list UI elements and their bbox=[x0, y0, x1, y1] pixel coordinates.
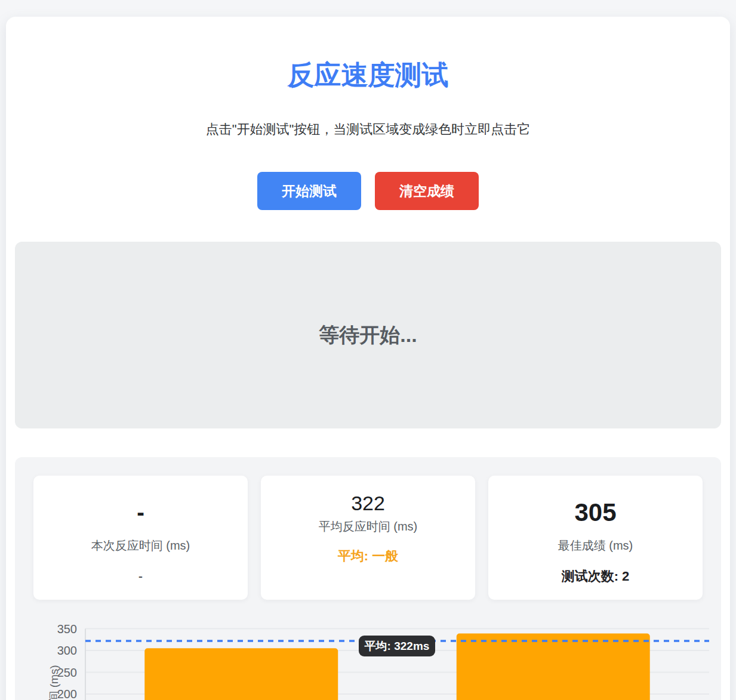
svg-text:平均: 322ms: 平均: 322ms bbox=[365, 640, 430, 652]
svg-text:反应时间 (ms): 反应时间 (ms) bbox=[48, 665, 60, 700]
stat-card-best-score: 305 最佳成绩 (ms) 测试次数: 2 bbox=[488, 476, 703, 600]
current-time-extra: - bbox=[138, 566, 143, 587]
page: 反应速度测试 点击"开始测试"按钮，当测试区域变成绿色时立即点击它 开始测试 清… bbox=[0, 0, 736, 700]
reaction-time-chart-svg: 350300250200反应时间 (ms)平均: 322ms bbox=[15, 621, 721, 700]
average-time-value: 322 bbox=[351, 491, 385, 515]
main-card: 反应速度测试 点击"开始测试"按钮，当测试区域变成绿色时立即点击它 开始测试 清… bbox=[6, 17, 730, 700]
current-time-label: 本次反应时间 (ms) bbox=[91, 535, 190, 556]
page-title: 反应速度测试 bbox=[6, 61, 730, 90]
reaction-time-chart: 350300250200反应时间 (ms)平均: 322ms bbox=[15, 621, 721, 700]
best-score-value: 305 bbox=[574, 497, 616, 528]
test-count: 测试次数: 2 bbox=[562, 566, 630, 587]
button-row: 开始测试 清空成绩 bbox=[6, 172, 730, 210]
start-test-button[interactable]: 开始测试 bbox=[257, 172, 361, 210]
stat-card-current-time: - 本次反应时间 (ms) - bbox=[33, 476, 248, 600]
average-time-label: 平均反应时间 (ms) bbox=[319, 516, 418, 536]
stats-cards-row: - 本次反应时间 (ms) - 322 平均反应时间 (ms) 平均: 一般 3… bbox=[33, 476, 703, 600]
svg-text:300: 300 bbox=[57, 644, 77, 657]
current-time-value: - bbox=[137, 497, 144, 528]
test-area[interactable]: 等待开始... bbox=[15, 242, 721, 428]
svg-text:350: 350 bbox=[57, 622, 77, 636]
best-score-label: 最佳成绩 (ms) bbox=[558, 535, 633, 556]
stats-panel: - 本次反应时间 (ms) - 322 平均反应时间 (ms) 平均: 一般 3… bbox=[15, 457, 721, 700]
clear-scores-button[interactable]: 清空成绩 bbox=[375, 172, 479, 210]
stat-card-average-time: 322 平均反应时间 (ms) 平均: 一般 bbox=[261, 476, 475, 600]
test-area-status: 等待开始... bbox=[319, 322, 417, 349]
page-subtitle: 点击"开始测试"按钮，当测试区域变成绿色时立即点击它 bbox=[6, 121, 730, 138]
average-rating: 平均: 一般 bbox=[338, 546, 398, 566]
